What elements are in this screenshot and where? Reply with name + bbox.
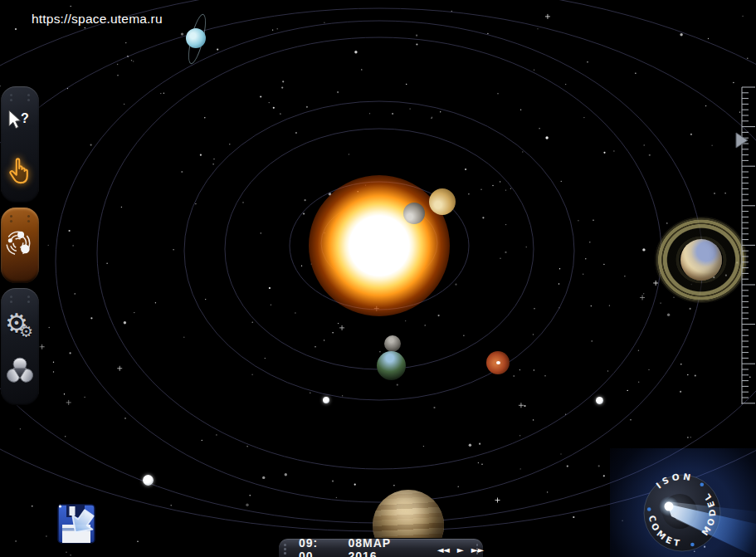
svg-text:?: ? [21,111,29,125]
play-button[interactable]: ► [457,545,463,555]
time-display[interactable]: 09: 00 [299,536,334,557]
site-watermark: https://space.utema.ru [32,12,163,27]
rewind-button[interactable]: ◄◄ [437,545,449,555]
gear-small-icon: ⚙ [19,322,33,341]
badge-dot [700,483,705,487]
solar-system-app: https://space.utema.ru ? [0,0,756,557]
ruler-ticks [742,87,755,404]
panel-screws [10,94,12,96]
toolbar-panel-app-tools: ⚙ ⚙ [1,288,39,405]
settings-button[interactable]: ⚙ ⚙ [5,313,35,343]
panel-screws [10,215,12,217]
fast-forward-button[interactable]: ►► [471,545,483,555]
ison-comet-logo[interactable]: ISON MODEL COMET [618,458,756,557]
hand-pan-icon [6,156,32,184]
grip-dots [284,544,286,546]
grip-dots [476,544,479,546]
display-mode-button[interactable] [6,357,34,385]
toolbar-panel-pointer-tools: ? [1,86,39,203]
toolbar-panel-view-tools [1,208,39,283]
select-help-tool-button[interactable]: ? [6,110,34,138]
badge-dot [690,543,695,547]
prism-icon [6,357,34,384]
pan-tool-button[interactable] [6,156,34,184]
solar-system-view-button[interactable] [6,229,34,257]
time-control-bar: 09: 00 08МАР 2016 ◄◄ ► ►► [278,538,484,557]
date-display[interactable]: 08МАР 2016 [348,536,418,557]
panel-screws [10,296,12,298]
cursor-help-icon: ? [6,110,34,134]
comet-badge-graphic: ISON MODEL COMET [618,458,756,557]
save-icon[interactable] [55,496,121,551]
solar-system-icon [6,229,34,257]
badge-dot [647,507,651,511]
